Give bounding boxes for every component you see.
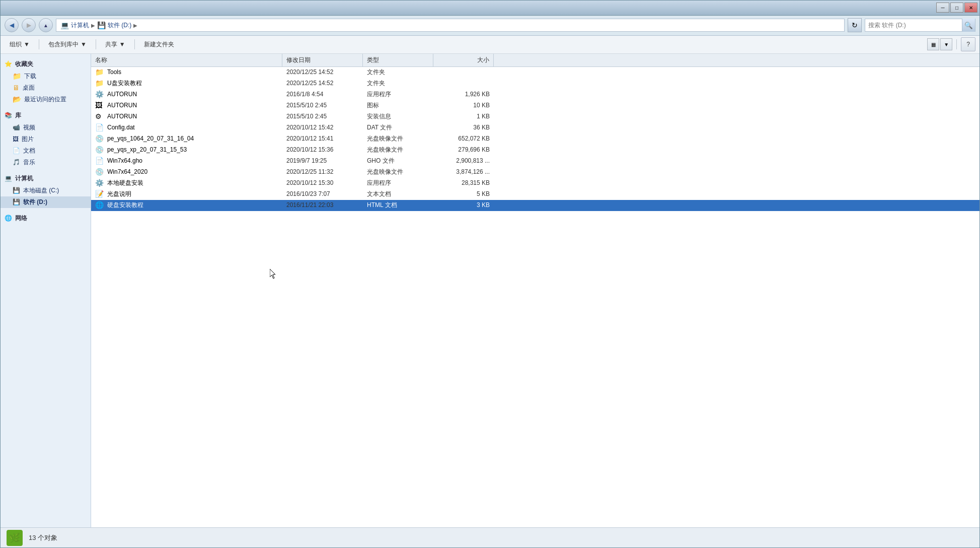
sidebar-computer-header[interactable]: 💻 计算机 — [1, 172, 91, 185]
table-row[interactable]: 💿 Win7x64_2020 2020/12/25 11:32 光盘映像文件 3… — [91, 167, 979, 178]
sidebar-libraries-header[interactable]: 📚 库 — [1, 109, 91, 122]
file-icon: 📄 — [95, 123, 104, 131]
table-row[interactable]: 🌐 硬盘安装教程 2016/11/21 22:03 HTML 文档 3 KB — [91, 200, 979, 211]
file-type-cell: 文件夹 — [363, 67, 433, 78]
file-name: Config.dat — [107, 124, 135, 131]
table-row[interactable]: 📁 U盘安装教程 2020/12/25 14:52 文件夹 — [91, 78, 979, 89]
minimize-button[interactable]: ─ — [936, 3, 949, 13]
view-dropdown-icon: ▼ — [944, 42, 949, 47]
file-name-cell: 📝 光盘说明 — [91, 189, 282, 199]
file-date-cell: 2015/5/10 2:45 — [282, 100, 363, 111]
col-header-date[interactable]: 修改日期 — [282, 54, 363, 66]
table-row[interactable]: 📁 Tools 2020/12/25 14:52 文件夹 — [91, 67, 979, 78]
file-name: pe_yqs_1064_20_07_31_16_04 — [107, 135, 194, 142]
col-header-type[interactable]: 类型 — [363, 54, 433, 66]
sidebar-item-recent[interactable]: 📂 最近访问的位置 — [1, 94, 91, 105]
recent-icon: 📂 — [13, 95, 21, 103]
drive-icon-breadcrumb: 💾 — [97, 21, 106, 29]
favorites-label: 收藏夹 — [15, 60, 33, 68]
file-icon: 🌐 — [95, 201, 104, 209]
table-row[interactable]: 💿 pe_yqs_xp_20_07_31_15_53 2020/10/12 15… — [91, 145, 979, 156]
music-icon: 🎵 — [13, 159, 20, 166]
back-button[interactable]: ◀ — [5, 18, 19, 32]
table-row[interactable]: ⚙️ 本地硬盘安装 2020/10/12 15:30 应用程序 28,315 K… — [91, 178, 979, 189]
view-buttons: ▦ ▼ — [927, 38, 952, 50]
computer-label: 计算机 — [15, 174, 33, 183]
sidebar-item-music[interactable]: 🎵 音乐 — [1, 157, 91, 168]
libraries-icon: 📚 — [5, 112, 12, 119]
help-icon: ? — [966, 41, 970, 48]
search-bar: 🔍 — [865, 19, 975, 32]
file-name: AUTORUN — [107, 113, 137, 120]
sidebar-item-drive-c[interactable]: 💾 本地磁盘 (C:) — [1, 185, 91, 196]
file-name: Tools — [107, 68, 121, 76]
table-row[interactable]: 📝 光盘说明 2016/10/23 7:07 文本文档 5 KB — [91, 189, 979, 200]
toolbar-sep-3 — [134, 39, 135, 49]
table-row[interactable]: 💿 pe_yqs_1064_20_07_31_16_04 2020/10/12 … — [91, 133, 979, 145]
view-button[interactable]: ▦ — [927, 38, 939, 50]
file-name: U盘安装教程 — [107, 79, 142, 88]
up-button[interactable]: ▲ — [39, 18, 53, 32]
recent-label: 最近访问的位置 — [24, 95, 66, 104]
organize-label: 组织 — [10, 40, 22, 49]
table-row[interactable]: 🖼 AUTORUN 2015/5/10 2:45 图标 10 KB — [91, 100, 979, 111]
file-size-cell: 5 KB — [433, 189, 494, 199]
desktop-label: 桌面 — [23, 84, 35, 92]
sidebar-section-libraries: 📚 库 📹 视频 🖼 图片 📄 文档 🎵 音乐 — [1, 109, 91, 168]
breadcrumb-computer[interactable]: 计算机 — [71, 21, 89, 30]
file-size-cell: 2,900,813 ... — [433, 156, 494, 166]
forward-icon: ▶ — [27, 22, 31, 29]
favorites-icon: ⭐ — [5, 60, 12, 67]
share-button[interactable]: 共享 ▼ — [100, 37, 130, 51]
new-folder-button[interactable]: 新建文件夹 — [139, 37, 179, 51]
file-list-container: 名称 修改日期 类型 大小 📁 Tools 2020/12/25 14:52 文… — [91, 54, 979, 527]
close-button[interactable]: ✕ — [964, 3, 977, 13]
file-type-cell: GHO 文件 — [363, 156, 433, 166]
sidebar-item-drive-d[interactable]: 💾 软件 (D:) — [1, 196, 91, 208]
table-row[interactable]: ⚙ AUTORUN 2015/5/10 2:45 安装信息 1 KB — [91, 111, 979, 122]
file-size-cell: 3,874,126 ... — [433, 167, 494, 177]
col-header-size[interactable]: 大小 — [433, 54, 494, 66]
include-button[interactable]: 包含到库中 ▼ — [43, 37, 92, 51]
sidebar: ⭐ 收藏夹 📁 下载 🖥 桌面 📂 最近访问的位置 — [1, 54, 91, 527]
file-type-cell: 安装信息 — [363, 111, 433, 122]
file-type-cell: 应用程序 — [363, 178, 433, 188]
file-name: 光盘说明 — [107, 190, 131, 198]
sidebar-item-downloads[interactable]: 📁 下载 — [1, 71, 91, 82]
maximize-button[interactable]: □ — [950, 3, 963, 13]
breadcrumb-drive[interactable]: 软件 (D:) — [108, 21, 131, 30]
sidebar-item-images[interactable]: 🖼 图片 — [1, 133, 91, 145]
network-icon: 🌐 — [5, 215, 12, 222]
sidebar-item-docs[interactable]: 📄 文档 — [1, 145, 91, 157]
sidebar-network-header[interactable]: 🌐 网络 — [1, 212, 91, 225]
file-size-cell: 1,926 KB — [433, 89, 494, 100]
file-date-cell: 2020/12/25 11:32 — [282, 167, 363, 177]
table-row[interactable]: ⚙️ AUTORUN 2016/1/8 4:54 应用程序 1,926 KB — [91, 89, 979, 100]
file-icon: ⚙️ — [95, 179, 104, 187]
col-header-name[interactable]: 名称 — [91, 54, 282, 66]
file-size-cell — [433, 78, 494, 89]
sidebar-favorites-header[interactable]: ⭐ 收藏夹 — [1, 58, 91, 71]
help-button[interactable]: ? — [961, 37, 975, 51]
sidebar-item-desktop[interactable]: 🖥 桌面 — [1, 82, 91, 94]
file-name: AUTORUN — [107, 102, 137, 109]
back-icon: ◀ — [10, 22, 14, 29]
file-name: 硬盘安装教程 — [107, 201, 143, 210]
file-icon: 🖼 — [95, 101, 104, 109]
table-row[interactable]: 📄 Config.dat 2020/10/12 15:42 DAT 文件 36 … — [91, 122, 979, 133]
search-input[interactable] — [865, 22, 962, 29]
images-icon: 🖼 — [13, 135, 19, 143]
file-name-cell: 🖼 AUTORUN — [91, 100, 282, 111]
refresh-button[interactable]: ↻ — [848, 18, 862, 32]
toolbar: 组织 ▼ 包含到库中 ▼ 共享 ▼ 新建文件夹 ▦ ▼ ? — [1, 36, 979, 54]
breadcrumb: 💻 计算机 ▶ 💾 软件 (D:) ▶ — [56, 19, 845, 32]
forward-button[interactable]: ▶ — [22, 18, 36, 32]
search-button[interactable]: 🔍 — [962, 19, 975, 32]
organize-button[interactable]: 组织 ▼ — [5, 37, 35, 51]
view-dropdown-button[interactable]: ▼ — [940, 38, 952, 50]
file-name: Win7x64_2020 — [107, 168, 147, 175]
status-icon: 🌿 — [7, 530, 23, 546]
sidebar-item-videos[interactable]: 📹 视频 — [1, 122, 91, 133]
breadcrumb-sep-2: ▶ — [133, 23, 137, 28]
table-row[interactable]: 📄 Win7x64.gho 2019/9/7 19:25 GHO 文件 2,90… — [91, 156, 979, 167]
